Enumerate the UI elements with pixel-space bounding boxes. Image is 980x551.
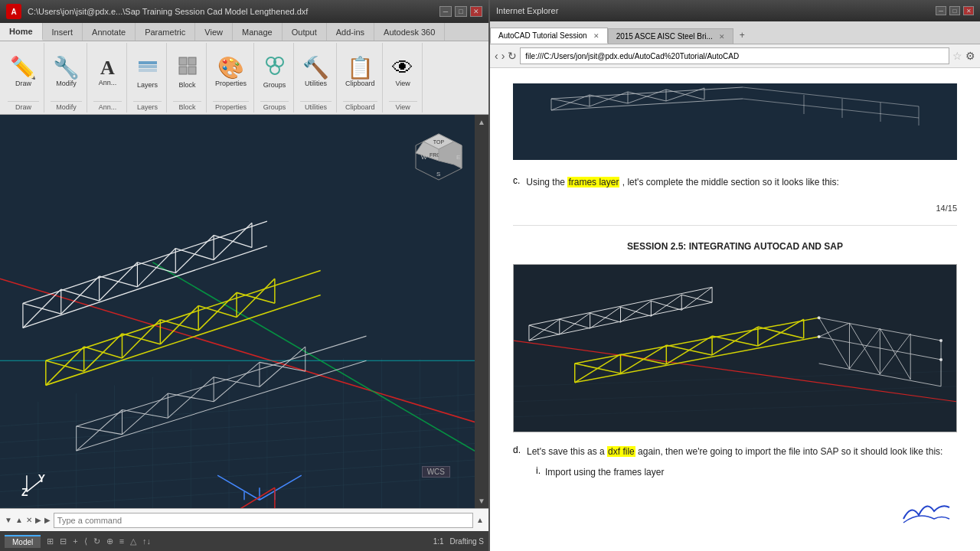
browser-minimize[interactable]: ─ xyxy=(936,6,946,15)
maximize-button[interactable]: □ xyxy=(455,6,467,17)
tab-output[interactable]: Output xyxy=(283,23,327,41)
browser-maximize[interactable]: □ xyxy=(949,6,960,15)
wcs-label: WCS xyxy=(422,466,450,478)
new-tab-button[interactable]: + xyxy=(733,27,751,44)
nav-cube-svg: TOP FRONT W E S xyxy=(412,130,466,191)
browser-titlebar: Internet Explorer ─ □ ✕ xyxy=(490,0,980,21)
groups-button[interactable]: Groups xyxy=(261,53,289,91)
block-group-label: Block xyxy=(173,101,201,112)
annotate-group-label: Ann... xyxy=(93,101,122,112)
tab-manage[interactable]: Manage xyxy=(233,23,283,41)
view-label: View xyxy=(395,80,410,87)
status-icon-6[interactable]: ⊕ xyxy=(106,536,113,546)
browser-tab-1-label: AutoCAD Tutorial Session xyxy=(498,31,587,40)
draw-label: Draw xyxy=(15,80,31,87)
svg-point-9 xyxy=(270,65,279,74)
back-button[interactable]: ‹ xyxy=(495,50,498,62)
layers-label: Layers xyxy=(137,81,158,89)
clipboard-button[interactable]: 📋 Clipboard xyxy=(343,55,377,90)
svg-text:E: E xyxy=(456,154,460,161)
utilities-group-label: Utilities xyxy=(300,101,332,112)
tab-view[interactable]: View xyxy=(195,23,233,41)
cmd-x-button[interactable]: ✕ xyxy=(26,516,32,524)
autocad-titlebar: A C:\Users\jon\jsit@pdx.e...\Sap Trainin… xyxy=(0,0,488,23)
paragraph-d: d. Let's save this as a dxf file again, … xyxy=(513,445,957,459)
status-icon-2[interactable]: ⊟ xyxy=(60,536,67,546)
ribbon-group-utilities: 🔨 Utilities Utilities xyxy=(296,43,337,112)
annotate-button[interactable]: A Ann... xyxy=(94,56,122,89)
svg-text:S: S xyxy=(436,171,440,178)
cmd-down-arrow[interactable]: ▼ xyxy=(5,516,12,524)
annotate-label: Ann... xyxy=(99,79,117,86)
settings-icon[interactable]: ⚙ xyxy=(965,50,975,62)
ribbon-group-annotate: A Ann... Ann... xyxy=(89,43,127,112)
svg-rect-2 xyxy=(139,69,157,72)
view-group-label: View xyxy=(389,101,417,112)
browser-tab-2-close[interactable]: ✕ xyxy=(719,33,725,41)
tab-addins[interactable]: Add-ins xyxy=(327,23,374,41)
divider xyxy=(513,225,957,226)
layers-button[interactable]: Layers xyxy=(134,53,162,91)
status-icon-9[interactable]: ↑↓ xyxy=(142,536,151,546)
url-input[interactable] xyxy=(520,47,949,64)
tab-home[interactable]: Home xyxy=(0,23,43,41)
modify-icon: 🔧 xyxy=(53,57,80,79)
modify-group-label: Modify xyxy=(51,101,82,112)
utilities-button[interactable]: 🔨 Utilities xyxy=(300,55,332,90)
sub-label-i: i. xyxy=(536,465,541,480)
modify-label: Modify xyxy=(56,80,77,87)
model-tab[interactable]: Model xyxy=(5,535,41,548)
page-top-image xyxy=(513,83,957,160)
status-icon-5[interactable]: ↻ xyxy=(93,536,100,546)
paragraph-c: c. Using the frames layer , let's comple… xyxy=(513,175,957,197)
svg-rect-3 xyxy=(179,57,187,65)
cad-tutorial-svg xyxy=(514,265,956,432)
tab-bar: AutoCAD Tutorial Session ✕ 2015 ASCE AIS… xyxy=(490,21,980,44)
nav-cube[interactable]: TOP FRONT W E S xyxy=(412,130,466,184)
refresh-button[interactable]: ↻ xyxy=(508,50,517,62)
cmd-expand[interactable]: ▲ xyxy=(476,516,484,524)
clipboard-label: Clipboard xyxy=(345,80,375,87)
status-icon-4[interactable]: ⟨ xyxy=(84,536,87,546)
sub-text-i: Import using the frames layer xyxy=(545,465,664,480)
ribbon-group-properties: 🎨 Properties Properties xyxy=(208,43,254,112)
bookmark-icon[interactable]: ☆ xyxy=(952,50,962,62)
browser-content[interactable]: c. Using the frames layer , let's comple… xyxy=(490,68,980,551)
cmd-up-arrow[interactable]: ▲ xyxy=(15,516,23,524)
svg-rect-1 xyxy=(139,65,157,68)
browser-close[interactable]: ✕ xyxy=(963,6,974,15)
tab-annotate[interactable]: Annotate xyxy=(83,23,136,41)
status-icon-1[interactable]: ⊞ xyxy=(47,536,54,546)
svg-point-192 xyxy=(818,335,821,338)
properties-label: Properties xyxy=(215,80,247,87)
autocad-title: C:\Users\jon\jsit@pdx.e...\Sap Training … xyxy=(28,7,308,16)
tab-insert[interactable]: Insert xyxy=(43,23,83,41)
close-button[interactable]: ✕ xyxy=(470,6,482,17)
browser-tab-1-close[interactable]: ✕ xyxy=(593,32,599,40)
browser-tab-2[interactable]: 2015 ASCE AISC Steel Bri... ✕ xyxy=(608,28,733,44)
properties-icon: 🎨 xyxy=(217,57,244,79)
tab-autodesk360[interactable]: Autodesk 360 xyxy=(374,23,445,41)
properties-button[interactable]: 🎨 Properties xyxy=(213,55,249,90)
draw-group-label: Draw xyxy=(8,101,39,112)
layers-group-label: Layers xyxy=(133,101,162,112)
command-input[interactable] xyxy=(54,513,473,528)
tab-parametric[interactable]: Parametric xyxy=(136,23,195,41)
view-icon: 👁 xyxy=(392,57,413,79)
minimize-button[interactable]: ─ xyxy=(439,6,452,17)
status-icon-3[interactable]: + xyxy=(73,536,77,546)
block-button[interactable]: Block xyxy=(174,53,201,91)
draw-button[interactable]: ✏️ Draw xyxy=(8,55,39,90)
browser-tab-1[interactable]: AutoCAD Tutorial Session ✕ xyxy=(490,28,608,44)
status-icon-7[interactable]: ≡ xyxy=(119,536,124,546)
modify-button[interactable]: 🔧 Modify xyxy=(51,55,82,90)
ribbon-group-block: Block Block xyxy=(168,43,207,112)
viewport-scrollbar[interactable]: ▲ ▼ xyxy=(475,115,488,508)
cad-viewport[interactable]: -][Custom View][C Wirename] xyxy=(0,115,488,508)
cmd-prompt-arrow: ▶ xyxy=(35,516,41,524)
drafting-label: Drafting S xyxy=(450,537,484,546)
forward-button[interactable]: › xyxy=(501,50,505,62)
view-button[interactable]: 👁 View xyxy=(389,55,416,90)
status-icon-8[interactable]: △ xyxy=(130,536,136,546)
ribbon-group-modify: 🔧 Modify Modify xyxy=(46,43,87,112)
